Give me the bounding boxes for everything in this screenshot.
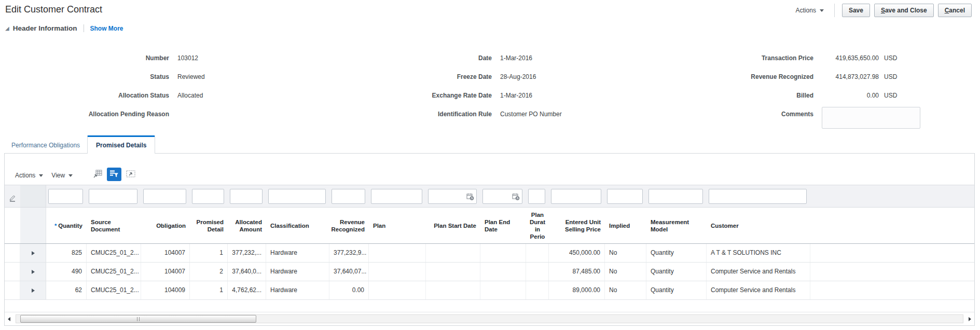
expand-column-header (20, 208, 46, 243)
allocation-pending-reason-label: Allocation Pending Reason (4, 110, 169, 129)
cell-source-document: CMUC25_01_2... (87, 263, 141, 281)
column-header-entered-unit-selling-price[interactable]: Entered Unit Selling Price (549, 208, 605, 243)
filter-source-document-input[interactable] (89, 189, 137, 204)
cell-plan-start-date (426, 281, 480, 299)
column-header-obligation[interactable]: Obligation (141, 208, 190, 243)
row-expand-toggle[interactable] (20, 244, 46, 262)
cell-quantity: 62 (46, 281, 87, 299)
filter-allocated-amount-input[interactable] (230, 189, 263, 204)
tab-promised-details[interactable]: Promised Details (87, 135, 155, 154)
revenue-recognized-value: 414,873,027.98 (822, 73, 879, 91)
column-header-customer[interactable]: Customer (707, 208, 810, 243)
edit-pencil-icon (5, 185, 20, 207)
filter-plan-start-date-input[interactable] (428, 189, 477, 204)
cancel-button[interactable]: Cancel (938, 4, 972, 17)
cell-customer: A T & T SOLUTIONS INC (707, 244, 810, 262)
cell-classification: Hardware (266, 263, 329, 281)
cell-plan-end-date (480, 244, 526, 262)
column-header-measurement-model[interactable]: Measurement Model (646, 208, 707, 243)
column-header-plan-end-date[interactable]: Plan End Date (480, 208, 526, 243)
scrollbar-track[interactable] (16, 314, 963, 323)
form-column-3: Transaction Price 419,635,650.00USD Reve… (659, 54, 920, 130)
filter-revenue-recognized-input[interactable] (332, 189, 365, 204)
column-header-revenue-recognized[interactable]: Revenue Recognized (329, 208, 369, 243)
filter-obligation-input[interactable] (143, 189, 186, 204)
collapse-triangle-icon[interactable]: ◢ (5, 25, 9, 31)
filter-plan-end-date-input[interactable] (482, 189, 522, 204)
filter-row (5, 185, 974, 208)
allocation-status-value: Allocated (177, 91, 205, 110)
identification-rule-value: Customer PO Number (500, 110, 562, 129)
cell-plan (369, 281, 426, 299)
cell-plan-duration (526, 281, 549, 299)
revenue-recognized-label: Revenue Recognized (659, 73, 813, 91)
cell-allocated-amount: 377,232,... (228, 244, 266, 262)
cell-plan-duration (526, 263, 549, 281)
table-row[interactable]: 490 CMUC25_01_2... 104007 2 37,640,0... … (5, 263, 974, 281)
table-row[interactable]: 62 CMUC25_01_2... 104009 1 4,762,62... H… (5, 281, 974, 300)
cell-obligation: 104007 (141, 263, 190, 281)
transaction-price-value: 419,635,650.00 (822, 54, 879, 73)
column-header-classification[interactable]: Classification (266, 208, 329, 243)
chevron-down-icon (68, 174, 73, 177)
show-more-link[interactable]: Show More (90, 25, 123, 32)
page-actions-menu[interactable]: Actions (793, 5, 827, 16)
cell-plan-end-date (480, 281, 526, 299)
tab-performance-obligations[interactable]: Performance Obligations (4, 142, 87, 154)
table-actions-menu[interactable]: Actions (12, 170, 46, 181)
column-header-plan-start-date[interactable]: Plan Start Date (426, 208, 480, 243)
number-value: 103012 (177, 54, 205, 73)
cell-entered-unit-selling-price: 450,000.00 (549, 244, 605, 262)
column-header-plan-duration[interactable]: Plan Durat in Perio (526, 208, 549, 243)
header-information-section-header: ◢ Header Information Show More (5, 24, 123, 32)
table-row[interactable]: 825 CMUC25_01_2... 104007 1 377,232,... … (5, 244, 974, 263)
row-expand-toggle[interactable] (20, 263, 46, 281)
page-actions-label: Actions (796, 7, 816, 14)
column-header-plan[interactable]: Plan (369, 208, 426, 243)
cell-measurement-model: Quantity (646, 263, 707, 281)
filter-measurement-model-input[interactable] (648, 189, 703, 204)
comments-field[interactable] (822, 107, 920, 129)
query-by-example-button[interactable] (107, 168, 121, 181)
column-header-source-document[interactable]: Source Document (87, 208, 141, 243)
exchange-rate-date-label: Exchange Rate Date (332, 91, 492, 110)
column-header-quantity[interactable]: *Quantity (46, 208, 87, 243)
column-header-allocated-amount[interactable]: Allocated Amount (228, 208, 266, 243)
scrollbar-thumb[interactable] (20, 315, 256, 323)
filter-plan-duration-input[interactable] (528, 189, 545, 204)
filter-entered-unit-selling-price-input[interactable] (551, 189, 601, 204)
transaction-price-currency: USD (884, 54, 897, 73)
row-expand-toggle[interactable] (20, 281, 46, 299)
cell-revenue-recognized: 0.00 (329, 281, 369, 299)
expand-arrow-icon (32, 251, 35, 255)
expand-arrow-icon (32, 270, 35, 274)
cell-revenue-recognized: 37,640,07... (329, 263, 369, 281)
filter-classification-input[interactable] (268, 189, 326, 204)
allocation-status-label: Allocation Status (4, 91, 169, 110)
detach-button[interactable] (123, 168, 138, 181)
column-header-implied[interactable]: Implied (605, 208, 646, 243)
filter-customer-input[interactable] (709, 189, 807, 204)
save-and-close-button[interactable]: Save and Close (874, 4, 934, 17)
number-label: Number (4, 54, 169, 73)
table-toolbar: Actions View (5, 154, 974, 185)
cell-implied: No (605, 263, 646, 281)
save-button[interactable]: Save (842, 4, 870, 17)
status-value: Reviewed (177, 73, 205, 91)
filter-promised-detail-input[interactable] (192, 189, 224, 204)
allocation-pending-reason-value (177, 110, 205, 129)
filter-implied-input[interactable] (607, 189, 643, 204)
detach-icon (126, 170, 135, 179)
identification-rule-label: Identification Rule (332, 110, 492, 129)
filter-plan-input[interactable] (371, 189, 422, 204)
freeze-columns-button[interactable] (90, 168, 105, 181)
detail-tabs: Performance Obligations Promised Details (4, 135, 155, 154)
scroll-left-arrow-icon[interactable] (8, 317, 10, 321)
table-view-menu[interactable]: View (48, 170, 76, 181)
scroll-right-arrow-icon[interactable] (969, 317, 971, 321)
table-header-row: *Quantity Source Document Obligation Pro… (5, 208, 974, 244)
filter-filler (810, 185, 974, 207)
column-header-promised-detail[interactable]: Promised Detail (190, 208, 228, 243)
filter-quantity-input[interactable] (48, 189, 83, 204)
table-empty-space (5, 300, 974, 312)
